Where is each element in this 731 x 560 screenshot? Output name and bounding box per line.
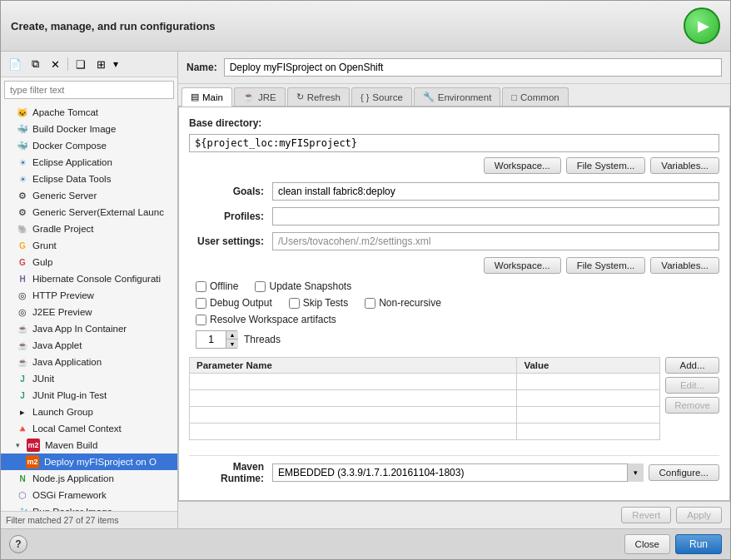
add-param-button[interactable]: Add... [665,357,719,374]
env-tab-icon: 🔧 [423,92,435,102]
name-input[interactable] [224,58,722,77]
workspace-btn-1[interactable]: Workspace... [484,157,561,174]
variables-btn-1[interactable]: Variables... [650,157,719,174]
eclipse-data-icon: ☀ [16,172,29,186]
run-header-button[interactable] [684,7,720,44]
tab-jre[interactable]: ☕ JRE [234,87,286,106]
tree-item-docker-compose[interactable]: 🐳 Docker Compose [1,137,177,154]
checkboxes-row-1: Offline Update Snapshots [189,280,719,292]
goals-input[interactable] [272,182,719,201]
java-app-icon: ☕ [16,355,29,369]
tab-main[interactable]: ▤ Main [182,87,232,107]
param-table-container: Parameter Name Value [189,357,719,447]
tree-item-java-applet[interactable]: ☕ Java Applet [1,337,177,354]
workspace-btn-2[interactable]: Workspace... [484,257,561,274]
tree-item-local-camel[interactable]: 🔺 Local Camel Context [1,420,177,437]
tree-item-deploy-myfis[interactable]: m2 Deploy myFISproject on O [1,453,177,470]
tree-item-eclipse-app[interactable]: ☀ Eclipse Application [1,154,177,171]
new-config-button[interactable]: 📄 [6,55,24,73]
close-button[interactable]: Close [624,534,670,554]
maven-runtime-label: Maven Runtime: [189,461,272,484]
tree-item-build-docker[interactable]: 🐳 Build Docker Image [1,121,177,137]
tab-source-label: Source [372,92,402,102]
tree-item-label: Generic Server [32,191,97,201]
tree-item-launch-group[interactable]: ▸ Launch Group [1,404,177,420]
checkboxes-row-2: Debug Output Skip Tests Non-recursive [189,297,719,309]
offline-checkbox[interactable] [196,281,206,292]
tab-main-label: Main [202,92,223,102]
debug-output-label: Debug Output [210,297,272,309]
tab-source[interactable]: { } Source [351,87,412,106]
resolve-workspace-row: Resolve Workspace artifacts [189,314,719,325]
apply-button[interactable]: Apply [676,507,722,523]
param-name-header: Parameter Name [190,358,517,374]
maven-runtime-select[interactable]: EMBEDDED (3.3.9/1.7.1.20161104-1803) [272,463,644,482]
tree-item-apache-tomcat[interactable]: 🐱 Apache Tomcat [1,104,177,121]
tree-item-label: Eclipse Data Tools [32,174,111,184]
tree-item-run-docker[interactable]: 🐳 Run Docker Image [1,503,177,511]
tab-environment[interactable]: 🔧 Environment [414,87,501,106]
tree-item-gulp[interactable]: G Gulp [1,254,177,270]
tree-item-label: Launch Group [32,407,93,417]
skip-tests-checkbox[interactable] [289,298,300,309]
content-area: Base directory: Workspace... File System… [178,107,730,501]
profiles-input[interactable] [272,207,719,225]
filesystem-btn-2[interactable]: File System... [566,257,646,274]
tree-item-label: Gulp [32,257,52,267]
update-snapshots-checkbox[interactable] [255,281,266,292]
param-table-wrapper: Parameter Name Value [189,357,660,447]
run-button[interactable]: Run [675,534,722,554]
tree-item-j2ee[interactable]: ◎ J2EE Preview [1,304,177,320]
osgi-icon: ⬡ [16,488,29,502]
dialog-body: 📄 ⧉ ✕ ❑ ⊞ ▾ 🐱 Apache Tomcat 🐳 Build Dock… [1,52,730,528]
tree-item-eclipse-data[interactable]: ☀ Eclipse Data Tools [1,171,177,187]
spinner-down-btn[interactable]: ▼ [226,339,238,348]
tree-item-grunt[interactable]: G Grunt [1,237,177,254]
toolbar-separator [67,57,68,71]
tree-item-maven-build[interactable]: ▾ m2 Maven Build [1,437,177,453]
tree-item-java-container[interactable]: ☕ Java App In Container [1,320,177,337]
delete-config-button[interactable]: ✕ [46,55,64,73]
configure-button[interactable]: Configure... [649,464,719,481]
source-tab-icon: { } [361,92,369,102]
tab-refresh[interactable]: ↻ Refresh [287,87,350,106]
tree-item-label: Generic Server(External Launc [32,207,164,217]
debug-output-checkbox[interactable] [196,298,206,309]
toolbar: 📄 ⧉ ✕ ❑ ⊞ ▾ [1,52,177,77]
variables-btn-2[interactable]: Variables... [650,257,719,274]
user-settings-input[interactable] [272,232,719,250]
edit-param-button[interactable]: Edit... [665,377,719,394]
base-dir-input[interactable] [189,134,719,152]
remove-param-button[interactable]: Remove [665,397,719,414]
tree-item-java-app[interactable]: ☕ Java Application [1,354,177,370]
param-table-row-1 [190,374,660,390]
tab-common[interactable]: □ Common [502,87,568,106]
filter-button1[interactable]: ❑ [72,55,90,73]
tree-item-http-preview[interactable]: ◎ HTTP Preview [1,287,177,304]
resolve-workspace-checkbox[interactable] [196,315,206,325]
non-recursive-checkbox[interactable] [365,298,375,309]
generic-server-icon: ⚙ [16,189,29,202]
tree-item-generic-server[interactable]: ⚙ Generic Server [1,187,177,204]
junit-icon: J [16,372,29,385]
non-recursive-checkbox-item: Non-recursive [365,297,441,309]
tree-item-junit-plugin[interactable]: J JUnit Plug-in Test [1,387,177,404]
update-snapshots-checkbox-item: Update Snapshots [255,280,351,292]
filter-button2[interactable]: ⊞ [92,55,110,73]
copy-config-button[interactable]: ⧉ [26,55,44,73]
tree-item-hibernate[interactable]: H Hibernate Console Configurati [1,270,177,287]
help-button[interactable]: ? [9,535,27,553]
filter-input[interactable] [4,81,174,99]
tree-item-generic-server-ext[interactable]: ⚙ Generic Server(External Launc [1,204,177,221]
filesystem-btn-1[interactable]: File System... [566,157,646,174]
expand-arrow: ▾ [16,441,24,449]
tree-item-junit[interactable]: J JUnit [1,370,177,387]
tree-item-osgi[interactable]: ⬡ OSGi Framework [1,487,177,503]
threads-input[interactable] [196,331,226,348]
revert-button[interactable]: Revert [621,507,671,523]
spinner-up-btn[interactable]: ▲ [226,331,238,339]
tree-item-nodejs[interactable]: N Node.js Application [1,470,177,487]
tree-item-label: Maven Build [45,440,97,450]
expand-btn[interactable]: ▾ [113,58,118,70]
tree-item-gradle[interactable]: 🐘 Gradle Project [1,221,177,237]
